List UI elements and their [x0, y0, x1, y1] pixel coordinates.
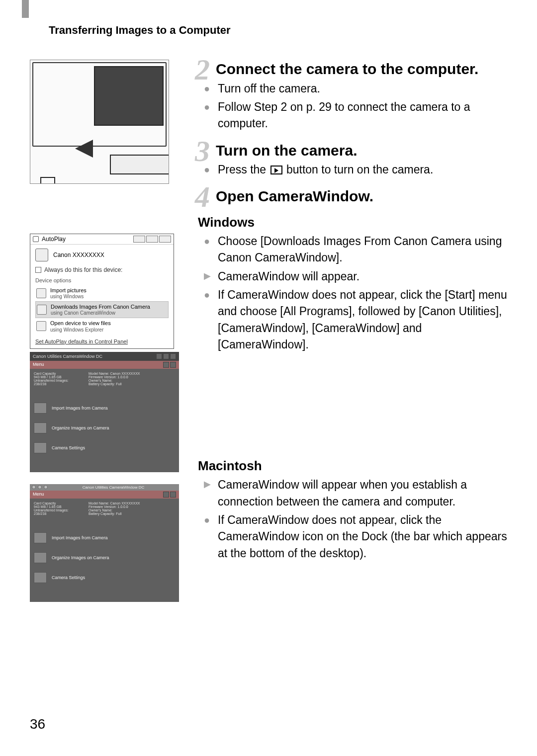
window-controls	[133, 236, 171, 243]
minimize-light[interactable]	[38, 485, 42, 489]
canon-camera-icon	[37, 305, 47, 315]
checkbox-icon[interactable]	[35, 267, 41, 273]
device-icon	[35, 249, 48, 261]
minimize-button[interactable]	[133, 236, 145, 243]
action-label: Organize Images on Camera	[52, 425, 109, 430]
camerawindow-mac: Canon Utilities CameraWindow DC Menu Car…	[30, 484, 179, 602]
cw-title-text: Canon Utilities CameraWindow DC	[33, 354, 102, 359]
cw-menubar[interactable]: Menu	[30, 491, 179, 499]
card-capacity-value: 943 MB / 1.85 GB	[34, 375, 79, 379]
device-row: Canon XXXXXXXX	[35, 249, 169, 261]
section-marker	[22, 0, 29, 18]
organize-icon	[34, 422, 47, 433]
untransferred-images: Untransferred Images: 238/238	[34, 508, 79, 515]
option-open-device[interactable]: Open device to view files using Windows …	[35, 318, 169, 334]
windows-heading: Windows	[198, 215, 507, 230]
bullet-text: If CameraWindow does not appear, click t…	[218, 287, 507, 353]
action-label: Camera Settings	[52, 445, 85, 450]
bullet-text: If CameraWindow does not appear, click t…	[218, 512, 507, 562]
card-capacity-label: Card Capacity	[34, 502, 79, 505]
organize-images-action[interactable]: Organize Images on Camera	[34, 552, 175, 563]
option-label: Open device to view files	[50, 320, 111, 327]
autoplay-titlebar: AutoPlay	[30, 234, 174, 245]
mac-titlebar: Canon Utilities CameraWindow DC	[30, 484, 179, 491]
step-number: 4	[195, 180, 210, 214]
option-label: Import pictures	[50, 287, 87, 294]
macintosh-heading: Macintosh	[198, 458, 507, 474]
device-name: Canon XXXXXXXX	[53, 252, 104, 258]
page-reference: p. 29	[306, 100, 332, 113]
card-capacity-value: 943 MB / 1.85 GB	[34, 505, 79, 508]
import-images-action[interactable]: Import Images from Camera	[34, 532, 175, 543]
close-light[interactable]	[32, 485, 36, 489]
step-3: 3 Turn on the camera. Press the button t…	[198, 141, 507, 178]
maximize-button[interactable]	[146, 236, 158, 243]
settings-action-icon	[34, 572, 47, 583]
camera-settings-action[interactable]: Camera Settings	[34, 442, 175, 453]
step-title: Turn on the camera.	[216, 141, 507, 160]
owners-name: Owner's Name:	[89, 508, 140, 512]
option-sublabel: using Windows Explorer	[50, 327, 111, 333]
cw-menubar[interactable]: Menu	[30, 361, 179, 369]
autoplay-defaults-link[interactable]: Set AutoPlay defaults in Control Panel	[35, 338, 169, 344]
instruction-column: 2 Connect the camera to the computer. Tu…	[198, 60, 507, 614]
option-import-pictures[interactable]: Import pictures using Windows	[35, 285, 169, 301]
settings-icon[interactable]	[163, 362, 169, 368]
camerawindow-windows: Canon Utilities CameraWindow DC Menu Car…	[30, 352, 179, 472]
close-button[interactable]	[159, 236, 171, 243]
autoplay-dialog: AutoPlay Canon XXXXXXXX Always do this f…	[30, 234, 174, 349]
action-label: Import Images from Camera	[52, 535, 108, 540]
owners-name: Owner's Name:	[89, 379, 140, 382]
result-text: CameraWindow will appear when you establ…	[218, 477, 507, 510]
always-checkbox-label: Always do this for this device:	[44, 266, 122, 273]
device-options-label: Device options	[35, 277, 169, 283]
bullet-text: Follow Step 2 on p. 29 to connect the ca…	[218, 99, 507, 132]
step-title: Open CameraWindow.	[216, 187, 507, 206]
illustration-column: AutoPlay Canon XXXXXXXX Always do this f…	[30, 60, 184, 614]
option-canon-camerawindow[interactable]: Downloads Images From Canon Camera using…	[35, 301, 169, 318]
action-label: Import Images from Camera	[52, 406, 108, 411]
import-images-action[interactable]: Import Images from Camera	[34, 403, 175, 414]
untransferred-images: Untransferred Images: 238/238	[34, 379, 79, 386]
cw-info-panel: Card Capacity 943 MB / 1.85 GB Untransfe…	[30, 369, 179, 389]
cw-menu-label: Menu	[33, 362, 44, 368]
folder-icon	[36, 321, 46, 331]
settings-icon[interactable]	[163, 492, 169, 498]
bullet-text: Press the button to turn on the camera.	[218, 162, 507, 178]
page-header: Transferring Images to a Computer	[49, 24, 507, 37]
window-controls	[156, 353, 176, 359]
windows-section: Windows Choose [Downloads Images From Ca…	[198, 215, 507, 353]
page-number: 36	[30, 716, 45, 732]
option-sublabel: using Windows	[50, 294, 87, 299]
firmware-version: Firmware Version: 1.0.0.0	[89, 505, 140, 508]
battery-capacity: Battery Capacity: Full	[89, 382, 140, 386]
camera-connection-illustration	[30, 60, 169, 184]
step-2: 2 Connect the camera to the computer. Tu…	[198, 60, 507, 132]
organize-images-action[interactable]: Organize Images on Camera	[34, 422, 175, 433]
import-icon	[34, 532, 47, 543]
model-name: Model Name: Canon XXXXXXXX	[89, 502, 140, 505]
organize-icon	[34, 552, 47, 563]
card-capacity-label: Card Capacity	[34, 372, 79, 375]
battery-capacity: Battery Capacity: Full	[89, 512, 140, 515]
import-pictures-icon	[36, 288, 46, 298]
camera-settings-action[interactable]: Camera Settings	[34, 572, 175, 583]
play-icon	[270, 166, 282, 174]
macintosh-section: Macintosh CameraWindow will appear when …	[198, 458, 507, 562]
cw-titlebar: Canon Utilities CameraWindow DC	[30, 352, 179, 361]
help-icon[interactable]	[170, 492, 176, 498]
action-label: Organize Images on Camera	[52, 555, 109, 560]
main-content: AutoPlay Canon XXXXXXXX Always do this f…	[30, 60, 507, 614]
bullet-text: Turn off the camera.	[218, 81, 507, 97]
result-text: CameraWindow will appear.	[218, 268, 507, 285]
step-title: Connect the camera to the computer.	[216, 60, 507, 79]
help-icon[interactable]	[170, 362, 176, 368]
action-label: Camera Settings	[52, 575, 85, 580]
model-name: Model Name: Canon XXXXXXXX	[89, 372, 140, 375]
bullet-text: Choose [Downloads Images From Canon Came…	[218, 233, 507, 266]
always-checkbox-row[interactable]: Always do this for this device:	[35, 266, 169, 273]
firmware-version: Firmware Version: 1.0.0.0	[89, 375, 140, 379]
option-sublabel: using Canon CameraWindow	[51, 310, 150, 316]
zoom-light[interactable]	[44, 485, 48, 489]
settings-action-icon	[34, 442, 47, 453]
